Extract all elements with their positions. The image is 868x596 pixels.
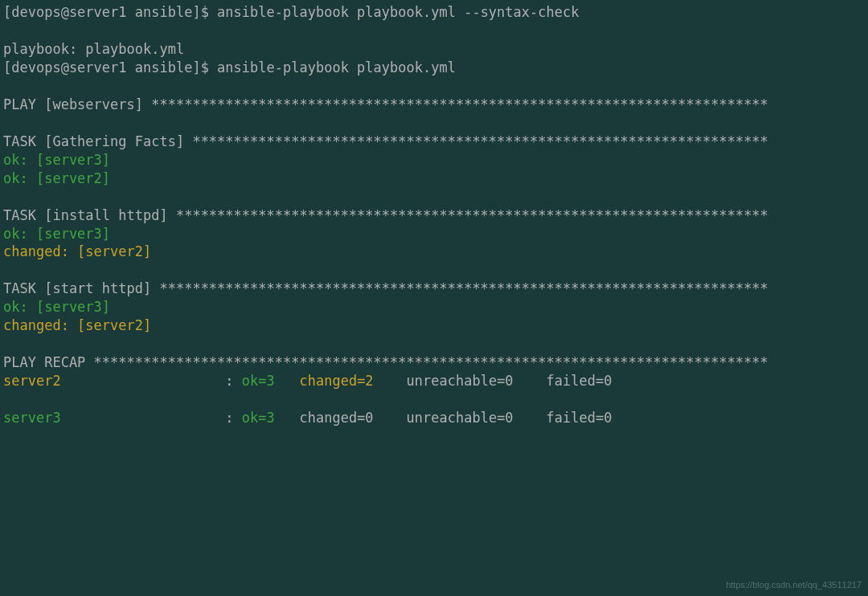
recap-row-server2: server2 : ok=3 changed=2 unreachable=0 f… — [3, 372, 865, 390]
blank-line — [3, 77, 865, 96]
command-1: ansible-playbook playbook.yml --syntax-c… — [217, 4, 579, 20]
watermark-text: https://blog.csdn.net/qq_43511217 — [726, 579, 862, 591]
recap-colon: : — [225, 373, 241, 389]
recap-row-server3: server3 : ok=3 changed=0 unreachable=0 f… — [3, 409, 865, 427]
ok-server2: ok: [server2] — [3, 169, 865, 188]
shell-prompt-1: [devops@server1 ansible]$ — [3, 4, 217, 20]
recap-failed: failed=0 — [547, 410, 612, 426]
recap-host: server3 — [3, 410, 225, 426]
recap-unreachable: unreachable=0 — [407, 373, 547, 389]
recap-ok: ok=3 — [242, 410, 300, 426]
shell-prompt-2: [devops@server1 ansible]$ — [3, 59, 217, 76]
blank-line — [3, 114, 865, 133]
recap-host: server2 — [3, 373, 225, 389]
recap-colon: : — [225, 410, 241, 426]
playbook-name-line: playbook: playbook.yml — [3, 40, 865, 59]
blank-line — [3, 188, 865, 206]
play-header: PLAY [webservers] **********************… — [3, 96, 865, 114]
recap-changed: changed=0 — [299, 410, 406, 426]
prompt-line-2[interactable]: [devops@server1 ansible]$ ansible-playbo… — [3, 59, 865, 77]
ok-server3-start: ok: [server3] — [3, 298, 865, 316]
changed-server2-start: changed: [server2] — [3, 316, 865, 335]
blank-line — [3, 390, 865, 409]
command-2: ansible-playbook playbook.yml — [217, 59, 456, 76]
task-install-httpd: TASK [install httpd] *******************… — [3, 206, 865, 225]
recap-failed: failed=0 — [547, 373, 612, 389]
blank-line — [3, 335, 865, 353]
changed-server2-install: changed: [server2] — [3, 243, 865, 261]
play-recap-header: PLAY RECAP *****************************… — [3, 353, 865, 372]
task-gathering-facts: TASK [Gathering Facts] *****************… — [3, 133, 865, 151]
blank-line — [3, 22, 865, 40]
task-start-httpd: TASK [start httpd] *********************… — [3, 280, 865, 298]
recap-unreachable: unreachable=0 — [407, 410, 547, 426]
recap-changed: changed=2 — [299, 373, 406, 389]
prompt-line-1[interactable]: [devops@server1 ansible]$ ansible-playbo… — [3, 3, 865, 22]
blank-line — [3, 261, 865, 280]
recap-ok: ok=3 — [242, 373, 300, 389]
ok-server3: ok: [server3] — [3, 151, 865, 169]
ok-server3-install: ok: [server3] — [3, 225, 865, 243]
